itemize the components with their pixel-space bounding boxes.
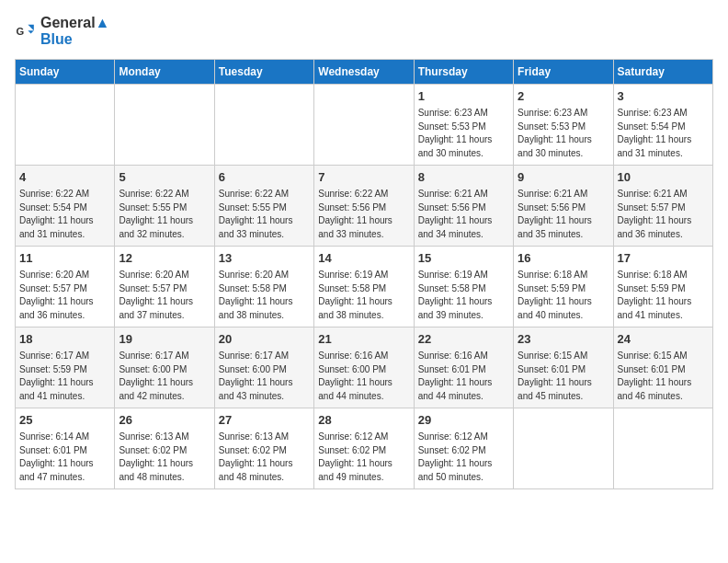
day-number: 23 (518, 331, 609, 348)
calendar-cell: 24Sunrise: 6:15 AM Sunset: 6:01 PM Dayli… (613, 327, 712, 408)
day-number: 22 (418, 331, 509, 348)
day-info: Sunrise: 6:21 AM Sunset: 5:56 PM Dayligh… (518, 188, 609, 241)
day-info: Sunrise: 6:20 AM Sunset: 5:57 PM Dayligh… (19, 269, 110, 322)
day-number: 24 (618, 331, 709, 348)
day-number: 8 (418, 169, 509, 186)
day-number: 25 (19, 412, 110, 429)
day-info: Sunrise: 6:12 AM Sunset: 6:02 PM Dayligh… (418, 431, 509, 484)
calendar-cell: 6Sunrise: 6:22 AM Sunset: 5:55 PM Daylig… (214, 166, 313, 247)
calendar-cell: 19Sunrise: 6:17 AM Sunset: 6:00 PM Dayli… (115, 327, 214, 408)
calendar-body: 1Sunrise: 6:23 AM Sunset: 5:53 PM Daylig… (16, 85, 713, 489)
header-day-wednesday: Wednesday (314, 60, 414, 85)
week-row-1: 4Sunrise: 6:22 AM Sunset: 5:54 PM Daylig… (16, 166, 713, 247)
day-info: Sunrise: 6:20 AM Sunset: 5:58 PM Dayligh… (219, 269, 310, 322)
week-row-3: 18Sunrise: 6:17 AM Sunset: 5:59 PM Dayli… (16, 327, 713, 408)
day-info: Sunrise: 6:15 AM Sunset: 6:01 PM Dayligh… (518, 350, 609, 403)
calendar-cell: 13Sunrise: 6:20 AM Sunset: 5:58 PM Dayli… (214, 247, 313, 327)
calendar-cell: 17Sunrise: 6:18 AM Sunset: 5:59 PM Dayli… (613, 247, 712, 327)
day-number: 17 (618, 250, 709, 267)
day-number: 11 (19, 250, 110, 267)
day-number: 12 (119, 250, 210, 267)
header: G General▲ Blue (15, 15, 713, 48)
day-number: 15 (418, 250, 509, 267)
logo: G General▲ Blue (15, 15, 109, 48)
day-number: 1 (418, 88, 509, 105)
calendar-cell: 5Sunrise: 6:22 AM Sunset: 5:55 PM Daylig… (115, 166, 214, 247)
calendar-cell (514, 408, 613, 489)
day-info: Sunrise: 6:17 AM Sunset: 5:59 PM Dayligh… (19, 350, 110, 403)
calendar-cell: 20Sunrise: 6:17 AM Sunset: 6:00 PM Dayli… (214, 327, 313, 408)
calendar-cell: 23Sunrise: 6:15 AM Sunset: 6:01 PM Dayli… (514, 327, 613, 408)
day-info: Sunrise: 6:22 AM Sunset: 5:55 PM Dayligh… (119, 188, 210, 241)
day-number: 21 (318, 331, 409, 348)
calendar-cell: 10Sunrise: 6:21 AM Sunset: 5:57 PM Dayli… (613, 166, 712, 247)
day-number: 9 (518, 169, 609, 186)
day-info: Sunrise: 6:13 AM Sunset: 6:02 PM Dayligh… (219, 431, 310, 484)
calendar-cell: 27Sunrise: 6:13 AM Sunset: 6:02 PM Dayli… (214, 408, 313, 489)
day-number: 20 (219, 331, 310, 348)
calendar-cell: 18Sunrise: 6:17 AM Sunset: 5:59 PM Dayli… (16, 327, 115, 408)
calendar-cell: 26Sunrise: 6:13 AM Sunset: 6:02 PM Dayli… (115, 408, 214, 489)
calendar-header: SundayMondayTuesdayWednesdayThursdayFrid… (16, 60, 713, 85)
day-info: Sunrise: 6:16 AM Sunset: 6:00 PM Dayligh… (318, 350, 409, 403)
day-number: 27 (219, 412, 310, 429)
day-number: 14 (318, 250, 409, 267)
day-info: Sunrise: 6:23 AM Sunset: 5:54 PM Dayligh… (618, 107, 709, 160)
calendar-cell: 1Sunrise: 6:23 AM Sunset: 5:53 PM Daylig… (414, 85, 513, 166)
calendar-cell: 7Sunrise: 6:22 AM Sunset: 5:56 PM Daylig… (314, 166, 414, 247)
day-info: Sunrise: 6:13 AM Sunset: 6:02 PM Dayligh… (119, 431, 210, 484)
calendar-cell: 12Sunrise: 6:20 AM Sunset: 5:57 PM Dayli… (115, 247, 214, 327)
calendar-cell (214, 85, 313, 166)
logo-text: General▲ Blue (40, 15, 109, 48)
day-info: Sunrise: 6:16 AM Sunset: 6:01 PM Dayligh… (418, 350, 509, 403)
day-info: Sunrise: 6:14 AM Sunset: 6:01 PM Dayligh… (19, 431, 110, 484)
calendar-cell: 21Sunrise: 6:16 AM Sunset: 6:00 PM Dayli… (314, 327, 414, 408)
svg-text:G: G (17, 26, 25, 37)
day-number: 16 (518, 250, 609, 267)
calendar-cell: 8Sunrise: 6:21 AM Sunset: 5:56 PM Daylig… (414, 166, 513, 247)
day-info: Sunrise: 6:23 AM Sunset: 5:53 PM Dayligh… (518, 107, 609, 160)
calendar-cell: 29Sunrise: 6:12 AM Sunset: 6:02 PM Dayli… (414, 408, 513, 489)
day-info: Sunrise: 6:15 AM Sunset: 6:01 PM Dayligh… (618, 350, 709, 403)
week-row-4: 25Sunrise: 6:14 AM Sunset: 6:01 PM Dayli… (16, 408, 713, 489)
day-number: 28 (318, 412, 409, 429)
calendar-cell: 25Sunrise: 6:14 AM Sunset: 6:01 PM Dayli… (16, 408, 115, 489)
calendar-cell (613, 408, 712, 489)
day-number: 29 (418, 412, 509, 429)
day-number: 5 (119, 169, 210, 186)
calendar-cell: 3Sunrise: 6:23 AM Sunset: 5:54 PM Daylig… (613, 85, 712, 166)
header-day-saturday: Saturday (613, 60, 712, 85)
day-info: Sunrise: 6:17 AM Sunset: 6:00 PM Dayligh… (219, 350, 310, 403)
calendar-table: SundayMondayTuesdayWednesdayThursdayFrid… (15, 59, 713, 489)
day-info: Sunrise: 6:18 AM Sunset: 5:59 PM Dayligh… (518, 269, 609, 322)
calendar-cell: 11Sunrise: 6:20 AM Sunset: 5:57 PM Dayli… (16, 247, 115, 327)
calendar-cell (115, 85, 214, 166)
day-info: Sunrise: 6:23 AM Sunset: 5:53 PM Dayligh… (418, 107, 509, 160)
calendar-cell: 9Sunrise: 6:21 AM Sunset: 5:56 PM Daylig… (514, 166, 613, 247)
day-info: Sunrise: 6:22 AM Sunset: 5:56 PM Dayligh… (318, 188, 409, 241)
week-row-0: 1Sunrise: 6:23 AM Sunset: 5:53 PM Daylig… (16, 85, 713, 166)
calendar-cell: 2Sunrise: 6:23 AM Sunset: 5:53 PM Daylig… (514, 85, 613, 166)
calendar-cell: 4Sunrise: 6:22 AM Sunset: 5:54 PM Daylig… (16, 166, 115, 247)
calendar-cell: 22Sunrise: 6:16 AM Sunset: 6:01 PM Dayli… (414, 327, 513, 408)
header-day-monday: Monday (115, 60, 214, 85)
day-info: Sunrise: 6:17 AM Sunset: 6:00 PM Dayligh… (119, 350, 210, 403)
day-info: Sunrise: 6:12 AM Sunset: 6:02 PM Dayligh… (318, 431, 409, 484)
week-row-2: 11Sunrise: 6:20 AM Sunset: 5:57 PM Dayli… (16, 247, 713, 327)
logo-icon: G (15, 20, 37, 42)
day-number: 4 (19, 169, 110, 186)
day-number: 2 (518, 88, 609, 105)
calendar-cell: 14Sunrise: 6:19 AM Sunset: 5:58 PM Dayli… (314, 247, 414, 327)
day-number: 13 (219, 250, 310, 267)
day-number: 3 (618, 88, 709, 105)
day-info: Sunrise: 6:18 AM Sunset: 5:59 PM Dayligh… (618, 269, 709, 322)
day-number: 7 (318, 169, 409, 186)
day-number: 10 (618, 169, 709, 186)
calendar-cell: 15Sunrise: 6:19 AM Sunset: 5:58 PM Dayli… (414, 247, 513, 327)
calendar-cell: 16Sunrise: 6:18 AM Sunset: 5:59 PM Dayli… (514, 247, 613, 327)
days-header-row: SundayMondayTuesdayWednesdayThursdayFrid… (16, 60, 713, 85)
day-number: 19 (119, 331, 210, 348)
header-day-friday: Friday (514, 60, 613, 85)
day-number: 18 (19, 331, 110, 348)
header-day-thursday: Thursday (414, 60, 513, 85)
